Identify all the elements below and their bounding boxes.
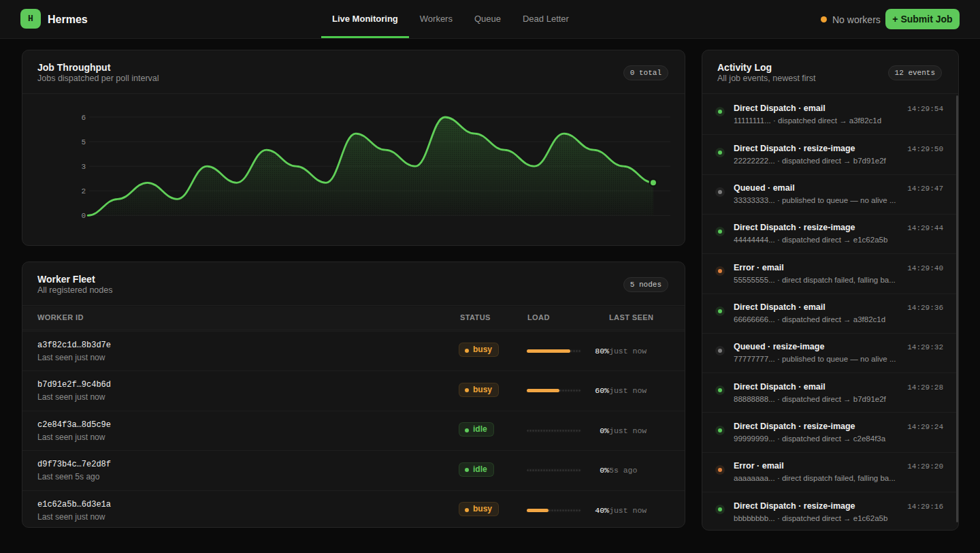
svg-text:5: 5: [81, 138, 86, 146]
svg-text:3: 3: [81, 162, 86, 170]
svg-text:2: 2: [81, 187, 86, 195]
svg-text:6: 6: [81, 113, 86, 121]
svg-text:0: 0: [81, 212, 86, 220]
